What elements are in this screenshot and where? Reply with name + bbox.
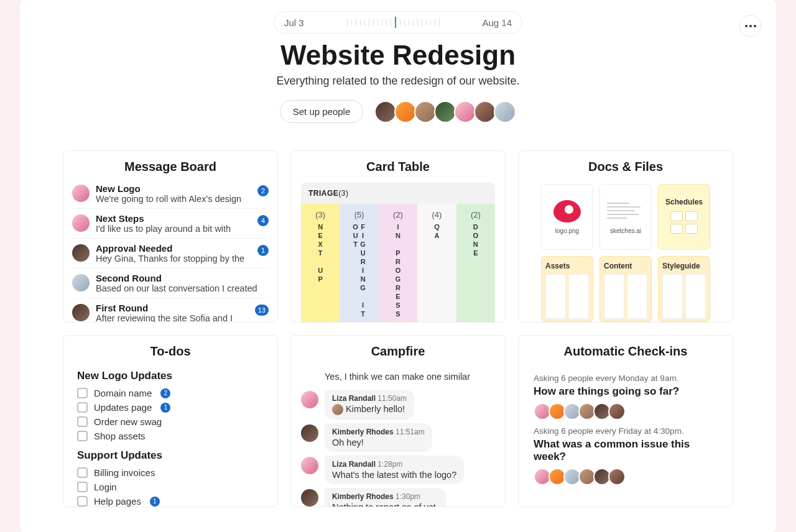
timeline-pill[interactable]: Jul 3 Aug 14 — [274, 11, 522, 34]
checkbox[interactable] — [77, 402, 88, 413]
message-title: Approval Needed — [96, 243, 269, 254]
checkin-question: How are things going so far? — [534, 385, 718, 398]
timeline-start: Jul 3 — [284, 17, 304, 28]
file-name: logo.png — [555, 227, 579, 234]
checkbox[interactable] — [77, 431, 88, 441]
message-item[interactable]: First Round After reviewing the site Sof… — [72, 298, 269, 323]
folder-tile-content[interactable]: Content — [599, 256, 652, 322]
kanban-column[interactable]: (4) QA — [417, 204, 456, 322]
checkin-schedule: Asking 6 people every Monday at 9am. — [534, 374, 718, 383]
chat-time: 1:30pm — [396, 492, 420, 501]
campfire-card[interactable]: Campfire Yes, I think we can make one si… — [290, 335, 506, 507]
todo-item[interactable]: Shop assets — [77, 429, 264, 443]
triage-count: (3) — [338, 189, 348, 198]
kanban-column[interactable]: (3) NEXT UP — [301, 204, 340, 322]
chat-message: Kimberly Rhodes 11:51am Oh hey! — [301, 423, 495, 452]
avatar[interactable] — [454, 101, 476, 123]
message-title: Second Round — [96, 273, 269, 283]
file-name: Schedules — [665, 198, 703, 206]
folder-name: Assets — [545, 262, 589, 270]
avatar[interactable] — [374, 101, 397, 123]
file-tile-logo[interactable]: logo.png — [541, 184, 593, 250]
avatar — [608, 468, 626, 485]
page-title: Website Redesign — [20, 40, 776, 71]
todo-label: Help pages — [94, 496, 141, 507]
avatar[interactable] — [414, 101, 437, 123]
triage-label: TRIAGE — [308, 189, 338, 198]
card-table-card[interactable]: Card Table TRIAGE(3) (3) NEXT UP(5) FIGU… — [290, 150, 506, 323]
checkin-responders — [534, 403, 718, 420]
todo-list-name[interactable]: Support Updates — [77, 449, 264, 462]
message-item[interactable]: New Logo We're going to roll with Alex's… — [72, 179, 269, 209]
more-menu-button[interactable] — [739, 15, 761, 37]
avatar[interactable] — [494, 101, 516, 123]
checkin-item[interactable]: Asking 6 people every Friday at 4:30pm. … — [534, 426, 718, 485]
todo-item[interactable]: Updates page 1 — [77, 400, 264, 415]
setup-people-button[interactable]: Set up people — [280, 100, 364, 123]
chat-message: Liza Randall 11:50am Kimberly hello! — [301, 390, 495, 420]
todo-label: Domain name — [94, 388, 152, 398]
chat-author: Liza Randall — [332, 460, 376, 469]
column-name: FIGURING IT OUT — [352, 223, 367, 322]
todo-list-name[interactable]: New Logo Updates — [77, 370, 264, 382]
checkin-schedule: Asking 6 people every Friday at 4:30pm. — [534, 426, 718, 436]
file-name: sketches.ai — [610, 227, 641, 234]
todo-label: Login — [94, 482, 117, 492]
page-subtitle: Everything related to the redesign of ou… — [20, 75, 776, 88]
chat-author: Liza Randall — [332, 394, 376, 403]
triage-bar[interactable]: TRIAGE(3) — [301, 183, 495, 204]
checkins-card[interactable]: Automatic Check-ins Asking 6 people ever… — [518, 335, 733, 507]
avatar[interactable] — [474, 101, 496, 123]
column-count: (3) — [315, 210, 325, 219]
chat-text: Kimberly hello! — [332, 404, 407, 415]
unread-badge: 4 — [257, 215, 269, 226]
chat-author: Kimberly Rhodes — [332, 492, 394, 501]
message-board-card[interactable]: Message Board New Logo We're going to ro… — [63, 150, 278, 323]
checkbox[interactable] — [77, 388, 88, 398]
avatar — [72, 214, 90, 232]
todo-item[interactable]: Help pages 1 — [77, 494, 264, 507]
kanban-column[interactable]: (2) DONE — [456, 204, 495, 322]
todo-label: Order new swag — [94, 416, 162, 427]
chat-message: Kimberly Rhodes 1:30pm Nothing to report… — [301, 488, 495, 507]
todos-card[interactable]: To-dos New Logo Updates Domain name 2 Up… — [63, 335, 278, 507]
chat-text: Oh hey! — [332, 438, 425, 447]
file-tile-sketches[interactable]: sketches.ai — [599, 184, 652, 250]
checkbox[interactable] — [77, 496, 88, 507]
folder-tile-styleguide[interactable]: Styleguide — [658, 256, 710, 322]
docs-files-card[interactable]: Docs & Files logo.png sketches.ai Schedu… — [518, 150, 733, 323]
project-members[interactable] — [374, 101, 516, 123]
message-item[interactable]: Approval Needed Hey Gina, Thanks for sto… — [72, 239, 269, 268]
checkbox[interactable] — [77, 482, 88, 492]
message-item[interactable]: Next Steps I'd like us to play around a … — [72, 209, 269, 239]
column-name: QA — [433, 223, 440, 241]
avatar — [608, 403, 626, 420]
file-tile-schedules[interactable]: Schedules — [658, 184, 710, 250]
column-name: IN PROGRESS — [394, 223, 402, 319]
card-title: Message Board — [63, 151, 277, 179]
column-name: DONE — [472, 223, 479, 258]
message-preview: Hey Gina, Thanks for stopping by the — [96, 254, 269, 264]
checkin-item[interactable]: Asking 6 people every Monday at 9am. How… — [534, 374, 718, 420]
avatar — [301, 489, 318, 507]
avatar[interactable] — [394, 101, 417, 123]
kanban-column[interactable]: (2) IN PROGRESS — [379, 204, 417, 322]
message-title: Next Steps — [96, 213, 269, 224]
checkbox[interactable] — [77, 467, 88, 478]
card-title: Card Table — [291, 151, 505, 179]
todo-item[interactable]: Order new swag — [77, 415, 264, 429]
unread-badge: 13 — [255, 305, 269, 316]
folder-name: Styleguide — [662, 262, 706, 270]
message-item[interactable]: Second Round Based on our last conversat… — [72, 268, 269, 298]
folder-tile-assets[interactable]: Assets — [541, 256, 593, 322]
todo-item[interactable]: Billing invoices — [77, 466, 264, 480]
avatar — [301, 424, 318, 442]
avatar[interactable] — [434, 101, 456, 123]
todo-item[interactable]: Domain name 2 — [77, 386, 264, 400]
checkbox[interactable] — [77, 416, 88, 427]
card-title: Automatic Check-ins — [519, 336, 733, 364]
message-title: First Round — [96, 303, 269, 313]
unread-badge: 1 — [257, 245, 269, 256]
todo-item[interactable]: Login — [77, 480, 264, 494]
kanban-column[interactable]: (5) FIGURING IT OUT — [340, 204, 378, 322]
